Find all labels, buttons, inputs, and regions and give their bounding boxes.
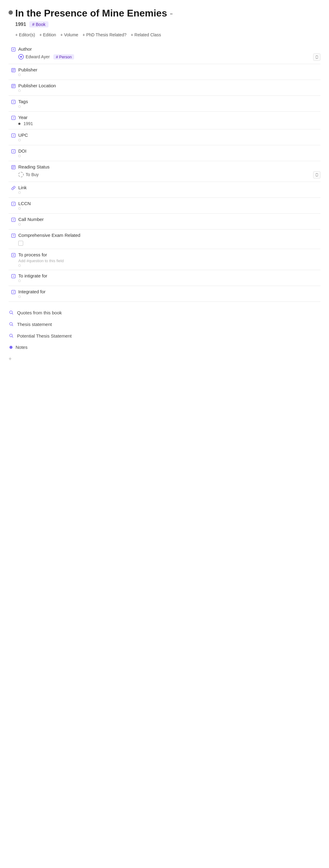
- thesis-search-icon: [8, 321, 14, 327]
- add-fields-row: + Editor(s) + Edition + Volume + PhD The…: [15, 32, 321, 37]
- property-publisher: Publisher: [8, 64, 321, 80]
- potential-thesis-search-icon: [8, 333, 14, 338]
- page-title: In the Presence of Mine Enemies: [15, 8, 167, 19]
- svg-text:I: I: [13, 116, 14, 119]
- svg-text:I: I: [13, 218, 14, 221]
- quotes-label: Quotes from this book: [17, 310, 62, 315]
- year-bullet: [18, 123, 21, 125]
- publisher-location-body: Publisher Location: [18, 83, 321, 92]
- comprehensive-exam-label: Comprehensive Exam Related: [18, 232, 321, 238]
- to-process-value[interactable]: [18, 264, 321, 267]
- notes-dot-icon: [9, 346, 12, 349]
- property-tags: I Tags: [8, 96, 321, 112]
- publisher-value[interactable]: [18, 73, 321, 76]
- comprehensive-exam-value[interactable]: [18, 241, 321, 246]
- publisher-location-icon: [8, 83, 18, 89]
- link-body: Link: [18, 185, 321, 194]
- to-integrate-empty: [18, 280, 21, 282]
- list-item-potential-thesis[interactable]: Potential Thesis Statement: [8, 330, 321, 342]
- property-link: Link: [8, 182, 321, 198]
- property-comprehensive-exam: ? Comprehensive Exam Related: [8, 229, 321, 249]
- reading-status-body: Reading Status To Buy: [18, 164, 321, 179]
- add-related-class-btn[interactable]: + Related Class: [131, 32, 161, 37]
- svg-text:I: I: [13, 275, 14, 278]
- thesis-label: Thesis statement: [17, 322, 52, 327]
- publisher-location-empty: [18, 89, 21, 92]
- svg-text:I: I: [13, 134, 14, 137]
- year-display: 1991: [15, 22, 26, 27]
- property-doi: I DOI: [8, 145, 321, 161]
- svg-text:?: ?: [12, 234, 14, 237]
- tags-empty: [18, 105, 21, 108]
- publisher-label: Publisher: [18, 67, 321, 72]
- add-edition-btn[interactable]: + Edition: [39, 32, 56, 37]
- author-value[interactable]: Edward Ayer # Person: [18, 53, 321, 61]
- integrated-for-label: Integrated for: [18, 289, 321, 294]
- publisher-empty: [18, 73, 21, 76]
- doi-icon: I: [8, 148, 18, 154]
- call-number-body: Call Number: [18, 217, 321, 225]
- person-tag[interactable]: # Person: [53, 54, 74, 60]
- notes-label: Notes: [15, 345, 27, 350]
- property-integrated-for: I Integrated for: [8, 286, 321, 302]
- year-value[interactable]: 1991: [18, 121, 321, 126]
- publisher-icon: [8, 67, 18, 73]
- svg-text:I: I: [13, 290, 14, 293]
- property-year: I Year 1991: [8, 112, 321, 129]
- add-property-row[interactable]: +: [8, 353, 321, 365]
- integrated-for-icon: I: [8, 289, 18, 294]
- publisher-location-value[interactable]: [18, 89, 321, 92]
- lccn-icon: I: [8, 201, 18, 206]
- to-integrate-body: To intigrate for: [18, 273, 321, 282]
- comprehensive-exam-checkbox[interactable]: [18, 241, 23, 246]
- property-reading-status: Reading Status To Buy: [8, 161, 321, 182]
- call-number-value[interactable]: [18, 223, 321, 225]
- reading-status-icon: [8, 164, 18, 170]
- year-label-text: Year: [18, 115, 321, 120]
- author-body: Author Edward Ayer # Person: [18, 46, 321, 61]
- author-label: Author: [18, 46, 321, 52]
- add-editors-btn[interactable]: + Editor(s): [15, 32, 35, 37]
- integrated-for-value[interactable]: [18, 296, 321, 298]
- call-number-empty: [18, 223, 21, 225]
- reading-status-value[interactable]: To Buy: [18, 170, 321, 179]
- title-row: In the Presence of Mine Enemies -: [8, 7, 321, 19]
- tags-icon: I: [8, 99, 18, 104]
- svg-text:#: #: [12, 48, 14, 51]
- to-process-hint: Add #question to this field: [18, 258, 321, 263]
- property-lccn: I LCCN: [8, 198, 321, 214]
- meta-row: 1991 # Book: [15, 21, 321, 28]
- list-item-quotes[interactable]: Quotes from this book: [8, 307, 321, 318]
- svg-line-37: [12, 325, 13, 326]
- list-item-thesis[interactable]: Thesis statement: [8, 318, 321, 330]
- page-container: In the Presence of Mine Enemies - 1991 #…: [0, 0, 329, 373]
- link-value[interactable]: [18, 191, 321, 194]
- bottom-list: Quotes from this book Thesis statement P…: [8, 307, 321, 353]
- author-sort-control[interactable]: [313, 54, 321, 61]
- tags-value[interactable]: [18, 105, 321, 108]
- call-number-icon: I: [8, 217, 18, 222]
- property-upc: I UPC: [8, 129, 321, 145]
- svg-text:I: I: [13, 203, 14, 206]
- year-body: Year 1991: [18, 115, 321, 126]
- doi-label: DOI: [18, 148, 321, 154]
- upc-value[interactable]: [18, 139, 321, 141]
- author-name: Edward Ayer: [26, 54, 50, 59]
- publisher-body: Publisher: [18, 67, 321, 76]
- reading-status-sort[interactable]: [313, 171, 321, 179]
- integrated-for-empty: [18, 296, 21, 298]
- to-integrate-value[interactable]: [18, 280, 321, 282]
- to-process-label: To process for: [18, 252, 321, 257]
- integrated-for-body: Integrated for: [18, 289, 321, 298]
- lccn-body: LCCN: [18, 201, 321, 210]
- add-volume-btn[interactable]: + Volume: [60, 32, 78, 37]
- book-tag-badge[interactable]: # Book: [29, 21, 49, 28]
- title-dot: [8, 10, 13, 14]
- list-item-notes[interactable]: Notes: [8, 342, 321, 353]
- doi-value[interactable]: [18, 155, 321, 157]
- link-label: Link: [18, 185, 321, 190]
- upc-empty: [18, 139, 21, 141]
- lccn-value[interactable]: [18, 207, 321, 210]
- to-process-body: To process for Add #question to this fie…: [18, 252, 321, 267]
- add-phd-thesis-btn[interactable]: + PhD Thesis Related?: [83, 32, 127, 37]
